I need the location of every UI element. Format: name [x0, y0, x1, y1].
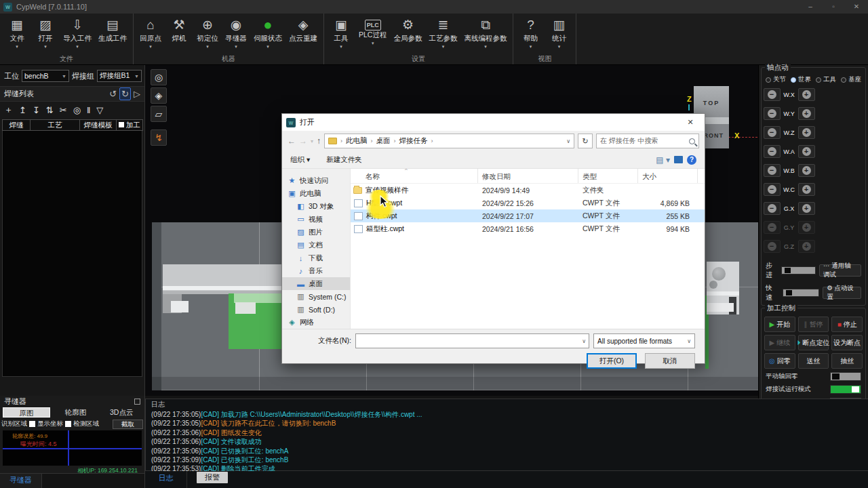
ribbon-button[interactable]: ? 帮助 ▾	[516, 16, 545, 49]
tab-seam-finder[interactable]: 寻缝器	[0, 474, 42, 488]
jog-minus-button[interactable]: −	[764, 164, 781, 177]
section-view-icon[interactable]: ▱	[151, 106, 167, 122]
ribbon-button[interactable]: ⇩ 导入工件 ▾	[60, 16, 95, 49]
jog-plus-button[interactable]: +	[798, 145, 815, 158]
frame-radio[interactable]: 基座	[841, 75, 861, 84]
refresh-icon[interactable]: ↻	[578, 134, 593, 148]
jog-plus-button[interactable]: +	[798, 202, 815, 215]
up-icon[interactable]: ↑	[317, 136, 321, 146]
detect-region-checkbox[interactable]	[65, 421, 71, 427]
frame-radio[interactable]: 关节	[766, 75, 786, 84]
dry-run-toggle[interactable]	[830, 385, 861, 394]
home-button[interactable]: ◎回零	[764, 353, 795, 369]
torch-icon[interactable]: ↯	[151, 129, 167, 146]
sidebar-item[interactable]: ♪ 音乐	[282, 264, 350, 277]
station-select[interactable]: benchB▼	[22, 70, 69, 82]
breadcrumb[interactable]: ›此电脑 ›桌面 ›焊接任务 ›∨	[324, 134, 574, 148]
view-mode-icon[interactable]: ▤ ▾	[656, 155, 670, 165]
search-input[interactable]: 在 焊接任务 中搜索	[596, 134, 699, 148]
sidebar-item[interactable]: ◈ 网络	[282, 316, 350, 329]
ribbon-button[interactable]: ◈ 点云重建	[285, 16, 321, 49]
tab-point-cloud[interactable]: 3D点云	[98, 407, 144, 418]
ribbon-button[interactable]: PLC PLC过程 ▾	[355, 16, 390, 46]
jog-plus-button[interactable]: +	[798, 164, 815, 177]
weld-list-tool-icon[interactable]: ‖	[87, 105, 90, 115]
frame-radio[interactable]: 工具	[816, 75, 836, 84]
stop-button[interactable]: ■停止	[831, 317, 863, 332]
jog-minus-button[interactable]: −	[764, 88, 781, 101]
sidebar-item[interactable]: ★ 快速访问	[282, 174, 350, 187]
ribbon-button[interactable]: ▣ 工具 ▾	[327, 16, 355, 49]
ribbon-button[interactable]: ▤ 生成工件	[95, 16, 130, 49]
play-icon[interactable]: ▷	[134, 88, 140, 100]
file-row[interactable]: H型钢.cwpt 2024/9/22 15:26 CWPT 文件 4,869 K…	[351, 197, 705, 209]
column-template[interactable]: 焊缝模板	[79, 119, 117, 131]
jog-minus-button[interactable]: −	[764, 240, 781, 253]
ribbon-button[interactable]: ≣ 工艺参数 ▾	[425, 16, 460, 49]
weld-list-body[interactable]	[2, 131, 142, 377]
ribbon-button[interactable]: ⌂ 回原点 ▾	[136, 16, 165, 49]
column-process[interactable]: 工艺	[30, 119, 80, 131]
column-machining[interactable]: 加工	[116, 119, 143, 131]
jog-minus-button[interactable]: −	[764, 202, 781, 215]
preview-pane-icon[interactable]	[674, 156, 683, 163]
column-weld[interactable]: 焊缝	[2, 119, 31, 131]
ribbon-button[interactable]: ◉ 寻缝器 ▾	[222, 16, 250, 49]
dialog-close-icon[interactable]: ✕	[676, 114, 705, 131]
sidebar-item[interactable]: ▭ 视频	[282, 213, 350, 226]
jog-minus-button[interactable]: −	[764, 183, 781, 196]
breakpoint-locate-button[interactable]: ⏵断点定位	[798, 335, 829, 350]
ribbon-button[interactable]: ⊕ 初定位 ▾	[193, 16, 222, 49]
jog-plus-button[interactable]: +	[798, 126, 815, 139]
new-folder-button[interactable]: 新建文件夹	[326, 155, 362, 165]
weld-list-tool-icon[interactable]: ＋	[4, 104, 13, 116]
tab-alarm[interactable]: 报警	[197, 472, 228, 483]
jog-minus-button[interactable]: −	[764, 145, 781, 158]
tab-raw-image[interactable]: 原图	[3, 407, 50, 418]
file-row[interactable]: 构件.cwpt 2024/9/22 17:07 CWPT 文件 255 KB	[351, 209, 705, 222]
weld-list-tool-icon[interactable]: ⇅	[46, 105, 54, 115]
jog-plus-button[interactable]: +	[798, 240, 815, 253]
organize-button[interactable]: 组织 ▾	[290, 155, 310, 165]
file-format-select[interactable]: All supported file formats ∨	[593, 333, 695, 348]
open-button[interactable]: 打开(O)	[587, 353, 637, 369]
filename-input[interactable]: ∨	[355, 333, 589, 348]
expand-icon[interactable]	[134, 399, 140, 405]
column-date[interactable]: 修改日期	[478, 169, 578, 183]
wire-draw-button[interactable]: 抽丝	[831, 353, 863, 369]
file-row[interactable]: 宣传视频样件 2024/9/9 14:49 文件夹	[351, 184, 705, 197]
jog-plus-button[interactable]: +	[798, 183, 815, 196]
pause-button[interactable]: ∥暂停	[798, 317, 829, 332]
column-size[interactable]: 大小	[638, 169, 698, 183]
show-coords-checkbox[interactable]	[29, 421, 35, 427]
tab-log[interactable]: 日志	[145, 471, 187, 488]
tab-contour[interactable]: 轮廓图	[53, 407, 99, 418]
sidebar-item[interactable]: ▤ 文档	[282, 239, 350, 251]
ribbon-button[interactable]: ▥ 统计 ▾	[545, 16, 573, 49]
refresh-cw-icon[interactable]: ↻	[119, 87, 131, 100]
jog-minus-button[interactable]: −	[764, 107, 781, 120]
weld-list-tool-icon[interactable]: ↧	[33, 105, 40, 115]
weld-list-tool-icon[interactable]: ✂	[60, 105, 67, 115]
filename-chevron-icon[interactable]: ∨	[582, 338, 586, 344]
fast-slider[interactable]	[783, 289, 820, 297]
help-icon[interactable]: ?	[687, 155, 696, 165]
jog-plus-button[interactable]: +	[798, 221, 815, 234]
ribbon-button[interactable]: ⧉ 离线编程参数 ▾	[460, 16, 510, 49]
sidebar-item[interactable]: ▬ 桌面	[282, 277, 350, 290]
weld-list-tool-icon[interactable]: ▽	[96, 105, 103, 115]
history-chevron-icon[interactable]: ▾	[311, 138, 313, 144]
weld-list-tool-icon[interactable]: ◎	[73, 105, 81, 115]
resume-button[interactable]: ▶继续	[764, 335, 795, 350]
sidebar-item[interactable]: ▥ System (C:)	[282, 290, 350, 303]
sidebar-item[interactable]: ↓ 下载	[282, 251, 350, 264]
ribbon-button[interactable]: ▦ 文件 ▾	[3, 16, 31, 49]
minimize-button[interactable]: –	[799, 0, 822, 14]
column-name[interactable]: 名称	[351, 169, 478, 183]
ribbon-button[interactable]: ⚒ 焊机	[165, 16, 193, 49]
sidebar-item[interactable]: ▥ Soft (D:)	[282, 303, 350, 316]
weld-group-select[interactable]: 焊接组B1▼	[97, 70, 142, 82]
jog-minus-button[interactable]: −	[764, 221, 781, 234]
back-icon[interactable]: ←	[288, 136, 296, 146]
cancel-button[interactable]: 取消	[645, 353, 695, 369]
